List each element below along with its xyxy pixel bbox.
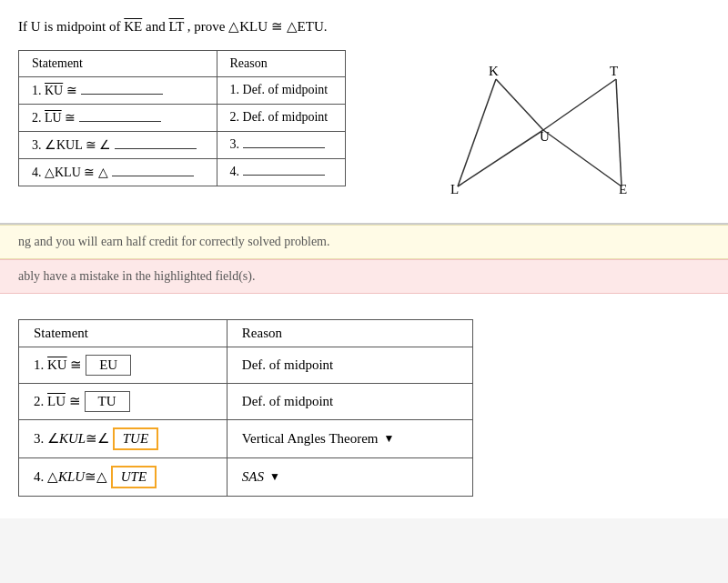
label-T: T	[610, 64, 618, 78]
table-row: 4. △KLU ≅ △ 4.	[19, 158, 346, 186]
notice-red: ably have a mistake in the highlighted f…	[0, 259, 728, 294]
reason-2-text: Def. of midpoint	[242, 394, 333, 408]
and-text: and	[146, 19, 166, 34]
notice-red-text: ably have a mistake in the highlighted f…	[18, 269, 255, 283]
answer-row3-statement: 3. ∠KUL≅∠ TUE	[19, 419, 228, 457]
answer-input-4[interactable]: UTE	[111, 466, 157, 488]
top-row3-reason: 3.	[217, 131, 345, 158]
label-E: E	[619, 182, 627, 196]
top-row2-reason: 2. Def. of midpoint	[217, 104, 345, 131]
table-row: 2. LU ≅ 2. Def. of midpoint	[19, 104, 346, 131]
line-UT	[543, 79, 616, 130]
reason-1-text: Def. of midpoint	[242, 357, 333, 372]
answer-row4-reason: SAS ▼	[227, 457, 472, 496]
top-table-statement-header: Statement	[19, 50, 217, 76]
table-row: 2. LU ≅ TU Def. of midpoint	[19, 383, 473, 419]
problem-layout: Statement Reason 1. KU ≅ 1. Def. of midp…	[18, 50, 710, 205]
line-UE	[543, 130, 622, 186]
answer-row1-reason: Def. of midpoint	[227, 347, 472, 383]
reason-3-arrow-icon[interactable]: ▼	[384, 432, 395, 446]
problem-statement: If U is midpoint of KE and LT , prove △K…	[18, 16, 710, 37]
notice-yellow-text: ng and you will earn half credit for cor…	[18, 235, 330, 248]
table-row: 1. KU ≅ 1. Def. of midpoint	[19, 76, 346, 104]
answer-row1-statement: 1. KU ≅ EU	[19, 347, 228, 383]
reason-4-arrow-icon[interactable]: ▼	[269, 470, 280, 484]
diagram: K T U L E	[373, 50, 710, 205]
top-section: If U is midpoint of KE and LT , prove △K…	[0, 0, 728, 225]
answer-input-1[interactable]: EU	[86, 355, 131, 376]
table-row: 3. ∠KUL≅∠ TUE Vertical Angles Theorem ▼	[19, 419, 473, 457]
reason-3-dropdown[interactable]: Vertical Angles Theorem ▼	[242, 431, 395, 447]
top-row1-statement: 1. KU ≅	[19, 76, 217, 104]
table-row: 1. KU ≅ EU Def. of midpoint	[19, 347, 473, 383]
line-KL	[458, 79, 496, 186]
line-KU	[496, 79, 543, 130]
top-row2-statement: 2. LU ≅	[19, 104, 217, 131]
table-row: 3. ∠KUL ≅ ∠ 3.	[19, 131, 346, 158]
problem-intro: If U is midpoint of	[18, 19, 121, 34]
top-proof-table: Statement Reason 1. KU ≅ 1. Def. of midp…	[18, 50, 346, 186]
top-row1-reason: 1. Def. of midpoint	[217, 76, 345, 104]
reason-3-text: Vertical Angles Theorem	[242, 431, 379, 447]
top-table-reason-header: Reason	[217, 50, 345, 76]
line-TE	[616, 79, 622, 186]
segment-KU-label: KU	[47, 357, 67, 372]
answer-proof-table: Statement Reason 1. KU ≅ EU Def. of midp…	[18, 319, 473, 497]
reason-4-text: SAS	[242, 469, 264, 485]
answer-row2-statement: 2. LU ≅ TU	[19, 383, 228, 419]
answer-input-2[interactable]: TU	[85, 391, 130, 412]
label-L: L	[450, 182, 459, 196]
answer-table-statement-header: Statement	[19, 319, 228, 347]
answer-row4-statement: 4. △KLU≅△ UTE	[19, 457, 228, 496]
notice-yellow: ng and you will earn half credit for cor…	[0, 225, 728, 259]
reason-4-dropdown[interactable]: SAS ▼	[242, 469, 280, 485]
answer-row3-reason: Vertical Angles Theorem ▼	[227, 419, 472, 457]
top-row3-statement: 3. ∠KUL ≅ ∠	[19, 131, 217, 158]
segment-LU-label: LU	[47, 394, 66, 408]
table-row: 4. △KLU≅△ UTE SAS ▼	[19, 457, 473, 496]
top-row4-reason: 4.	[217, 158, 345, 186]
answer-row2-reason: Def. of midpoint	[227, 383, 472, 419]
prove-text: , prove △KLU ≅ △ETU.	[187, 19, 328, 34]
answer-table-reason-header: Reason	[227, 319, 472, 347]
answer-section: Statement Reason 1. KU ≅ EU Def. of midp…	[0, 294, 728, 518]
segment-LT: LT	[168, 19, 184, 34]
line-LU	[458, 130, 543, 186]
label-K: K	[489, 64, 499, 78]
segment-KE: KE	[124, 19, 142, 34]
geometry-diagram: K T U L E	[441, 59, 642, 205]
answer-input-3[interactable]: TUE	[113, 427, 158, 450]
top-row4-statement: 4. △KLU ≅ △	[19, 158, 217, 186]
